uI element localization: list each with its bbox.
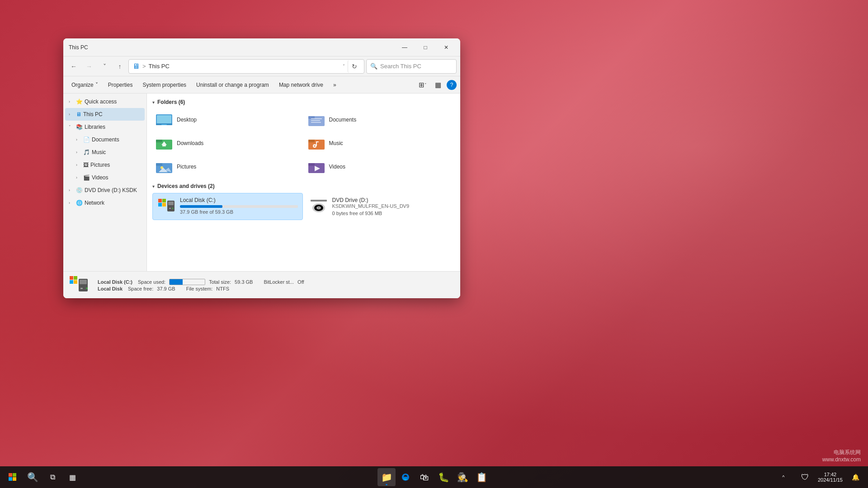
folder-item-downloads[interactable]: Downloads <box>152 132 303 154</box>
taskbar-left: 🔍 ⧉ ▦ <box>4 468 81 486</box>
svg-rect-30 <box>162 203 166 206</box>
organize-button[interactable]: Organize ˅ <box>67 79 103 91</box>
chevron-icon: › <box>76 163 81 167</box>
folders-section-title: Folders (6) <box>157 99 185 105</box>
sidebar-item-libraries[interactable]: ˅ 📚 Libraries <box>65 121 145 133</box>
search-placeholder: Search This PC <box>380 63 421 70</box>
chevron-icon: › <box>69 99 74 104</box>
downloads-folder-icon <box>156 135 172 151</box>
sidebar-label-dvd: DVD Drive (D:) KSDK <box>85 187 141 193</box>
sidebar-item-music[interactable]: › 🎵 Music <box>65 146 145 159</box>
sidebar-item-this-pc[interactable]: › 🖥 This PC <box>65 108 145 121</box>
sidebar-label-videos: Videos <box>92 174 141 181</box>
folder-item-pictures[interactable]: Pictures <box>152 156 303 178</box>
search-bar[interactable]: 🔍 Search This PC <box>366 59 457 74</box>
drive-item-dvd[interactable]: DVD-ROM DVD Drive (D:) KSDKWIN_MULFRE_EN… <box>305 193 455 220</box>
more-button[interactable]: » <box>329 79 341 91</box>
svg-rect-7 <box>311 120 320 121</box>
devices-chevron[interactable]: ▾ <box>152 184 155 189</box>
taskbar-edge[interactable] <box>396 468 415 486</box>
folder-item-videos[interactable]: Videos <box>305 156 455 178</box>
close-button[interactable]: ✕ <box>436 40 457 55</box>
content-area: ▾ Folders (6) Desktop <box>147 94 460 271</box>
svg-rect-51 <box>9 477 12 481</box>
svg-rect-12 <box>162 145 166 146</box>
taskbar-file-explorer[interactable]: 📁 <box>377 468 396 486</box>
view-mode-button[interactable]: ⊞˅ <box>416 79 429 91</box>
refresh-button[interactable]: ↻ <box>348 60 360 73</box>
status-row-bottom: Local Disk Space free: 37.9 GB File syst… <box>98 286 304 291</box>
sidebar-label-libraries: Libraries <box>85 124 141 130</box>
minimize-button[interactable]: — <box>394 40 415 55</box>
system-properties-button[interactable]: System properties <box>138 79 191 91</box>
sidebar-item-quick-access[interactable]: › ⭐ Quick access <box>65 95 145 108</box>
system-properties-label: System properties <box>142 82 186 88</box>
svg-point-40 <box>318 207 320 209</box>
local-disk-name: Local Disk (C:) <box>180 197 298 203</box>
help-button[interactable]: ? <box>447 80 457 90</box>
navigation-bar: ← → ˅ ↑ 🖥 > This PC ˅ ↻ 🔍 Search This PC <box>63 56 460 76</box>
chevron-icon: › <box>69 112 74 117</box>
svg-rect-44 <box>74 280 77 284</box>
sidebar-item-pictures[interactable]: › 🖼 Pictures <box>65 159 145 171</box>
layout-button[interactable]: ▦ <box>431 79 445 91</box>
svg-rect-14 <box>308 140 315 142</box>
local-disk-info: Local Disk (C:) 37.9 GB free of 59.3 GB <box>180 197 298 215</box>
taskbar-store[interactable]: 🛍 <box>415 468 434 486</box>
status-space-free-value: 37.9 GB <box>157 286 175 291</box>
back-button[interactable]: ← <box>67 60 80 73</box>
svg-rect-47 <box>80 288 83 289</box>
forward-button[interactable]: → <box>82 60 96 73</box>
address-bar[interactable]: 🖥 > This PC ˅ ↻ <box>128 59 364 74</box>
address-separator: > <box>142 63 146 70</box>
local-disk-space: 37.9 GB free of 59.3 GB <box>180 209 298 215</box>
folder-item-desktop[interactable]: Desktop <box>152 109 303 131</box>
status-file-system-label: File system: <box>186 286 213 291</box>
taskbar-antivirus1[interactable]: 🐛 <box>434 468 453 486</box>
folders-chevron[interactable]: ▾ <box>152 100 155 105</box>
status-space-free-label: Space free: <box>128 286 153 291</box>
status-bitlocker-value: Off <box>297 279 304 285</box>
tray-chevron[interactable]: ^ <box>774 468 793 486</box>
dropdown-button[interactable]: ˅ <box>98 60 111 73</box>
status-bar: Local Disk (C:) Space used: Total size: … <box>63 271 460 298</box>
tray-shield[interactable]: 🛡 <box>796 468 814 486</box>
downloads-folder-label: Downloads <box>177 140 203 146</box>
task-view-button[interactable]: ⧉ <box>43 468 61 486</box>
status-drive-name-bottom: Local Disk <box>98 286 123 291</box>
up-button[interactable]: ↑ <box>113 60 127 73</box>
start-button[interactable] <box>4 468 22 486</box>
forward-icon: → <box>86 63 92 70</box>
uninstall-button[interactable]: Uninstall or change a program <box>192 79 274 91</box>
map-drive-button[interactable]: Map network drive <box>274 79 328 91</box>
sidebar-item-videos[interactable]: › 🎬 Videos <box>65 171 145 184</box>
status-bitlocker-label: BitLocker st... <box>264 279 294 285</box>
chevron-icon: › <box>76 150 81 155</box>
drive-item-local-disk[interactable]: Local Disk (C:) 37.9 GB free of 59.3 GB <box>152 193 303 220</box>
address-path: This PC <box>149 63 340 70</box>
svg-rect-49 <box>9 473 12 477</box>
taskbar-security[interactable]: 🕵 <box>453 468 472 486</box>
folder-item-documents[interactable]: Documents <box>305 109 455 131</box>
svg-rect-52 <box>13 477 16 481</box>
taskbar-search-button[interactable]: 🔍 <box>24 468 42 486</box>
widgets-button[interactable]: ▦ <box>63 468 81 486</box>
sidebar-item-dvd-drive[interactable]: › 💿 DVD Drive (D:) KSDK <box>65 184 145 197</box>
address-bar-icon: 🖥 <box>132 62 140 70</box>
documents-folder-label: Documents <box>329 117 357 123</box>
maximize-button[interactable]: □ <box>415 40 436 55</box>
chevron-icon: › <box>76 175 81 180</box>
address-chevron-icon[interactable]: ˅ <box>343 64 345 69</box>
organize-chevron: ˅ <box>95 82 98 88</box>
map-drive-label: Map network drive <box>279 82 323 88</box>
folders-section-header: ▾ Folders (6) <box>152 99 455 105</box>
properties-button[interactable]: Properties <box>104 79 137 91</box>
sidebar-label-documents: Documents <box>92 136 141 143</box>
sidebar-item-documents[interactable]: › 📄 Documents <box>65 133 145 146</box>
desktop-folder-label: Desktop <box>177 117 197 123</box>
sidebar-item-network[interactable]: › 🌐 Network <box>65 197 145 209</box>
pictures-folder-icon <box>156 159 172 175</box>
taskbar-notes[interactable]: 📋 <box>472 468 491 486</box>
notification-button[interactable]: 🔔 <box>846 468 864 486</box>
folder-item-music[interactable]: Music <box>305 132 455 154</box>
